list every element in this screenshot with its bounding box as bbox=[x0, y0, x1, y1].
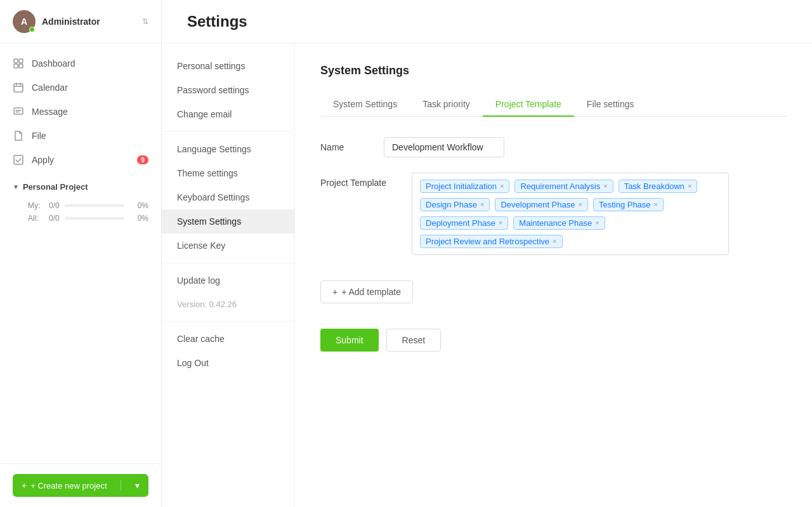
page-title: Settings bbox=[187, 13, 787, 30]
sidebar-item-message[interactable]: Message bbox=[0, 100, 161, 124]
submit-button[interactable]: Submit bbox=[320, 329, 379, 352]
settings-nav-system[interactable]: System Settings bbox=[162, 209, 294, 234]
all-bar-track bbox=[65, 217, 124, 220]
settings-nav-language[interactable]: Language Settings bbox=[162, 137, 294, 161]
tag-label-prr: Project Review and Retrospective bbox=[426, 237, 549, 246]
name-label: Name bbox=[320, 137, 358, 152]
tag-tp: Testing Phase× bbox=[593, 198, 664, 211]
template-label: Project Template bbox=[320, 173, 386, 188]
svg-rect-8 bbox=[14, 108, 23, 114]
tag-depp: Deployment Phase× bbox=[420, 216, 508, 230]
settings-nav-personal[interactable]: Personal settings bbox=[162, 54, 294, 78]
create-project-button[interactable]: + + Create new project ▾ bbox=[13, 474, 148, 497]
settings-nav: Personal settings Password settings Chan… bbox=[162, 44, 295, 507]
sidebar-item-label-calendar: Calendar bbox=[32, 82, 68, 93]
tag-label-pi: Project Initialization bbox=[426, 181, 497, 191]
tag-devp: Development Phase× bbox=[495, 198, 588, 211]
create-btn-divider bbox=[121, 480, 121, 491]
tag-tb: Task Breakdown× bbox=[619, 180, 698, 193]
name-input[interactable] bbox=[384, 137, 504, 157]
settings-nav-license[interactable]: License Key bbox=[162, 234, 294, 258]
settings-nav-updatelog[interactable]: Update log bbox=[162, 268, 294, 293]
my-pct: 0% bbox=[129, 201, 148, 210]
add-plus-icon: + bbox=[332, 287, 337, 297]
tag-close-mp[interactable]: × bbox=[595, 220, 599, 227]
tab-system-settings[interactable]: System Settings bbox=[320, 93, 410, 117]
settings-nav-version: Version: 0.42.26 bbox=[162, 293, 294, 316]
svg-rect-4 bbox=[14, 84, 23, 92]
tag-close-ra[interactable]: × bbox=[603, 183, 607, 190]
content-area: System Settings System Settings Task pri… bbox=[295, 44, 812, 507]
my-stat-row: My: 0/0 0% bbox=[28, 199, 148, 212]
tag-label-devp: Development Phase bbox=[501, 200, 575, 209]
settings-nav-theme[interactable]: Theme settings bbox=[162, 161, 294, 185]
avatar: A bbox=[13, 10, 36, 33]
sidebar-item-label-file: File bbox=[32, 131, 46, 141]
main-body: Personal settings Password settings Chan… bbox=[162, 44, 812, 507]
settings-nav-clearcache[interactable]: Clear cache bbox=[162, 327, 294, 351]
tab-file-settings[interactable]: File settings bbox=[574, 93, 647, 117]
sidebar-item-dashboard[interactable]: Dashboard bbox=[0, 51, 161, 76]
tag-label-tb: Task Breakdown bbox=[624, 181, 684, 191]
sidebar-header[interactable]: A Administrator ⇅ bbox=[0, 0, 161, 44]
tag-close-dp[interactable]: × bbox=[480, 201, 484, 208]
svg-rect-9 bbox=[14, 155, 23, 164]
user-menu-chevron[interactable]: ⇅ bbox=[142, 17, 148, 26]
add-template-label: + Add template bbox=[341, 287, 401, 297]
tags-container: Project Initialization×Requirement Analy… bbox=[412, 173, 729, 255]
tab-project-template[interactable]: Project Template bbox=[483, 93, 574, 117]
sidebar-item-calendar[interactable]: Calendar bbox=[0, 76, 161, 100]
tag-pi: Project Initialization× bbox=[420, 180, 509, 193]
settings-nav-divider-3 bbox=[162, 321, 294, 322]
tag-close-pi[interactable]: × bbox=[500, 183, 504, 190]
section-title: System Settings bbox=[320, 64, 787, 77]
project-stats: My: 0/0 0% All: 0/0 0% bbox=[13, 197, 148, 227]
tag-close-prr[interactable]: × bbox=[553, 238, 556, 245]
sidebar-item-label-apply: Apply bbox=[32, 155, 54, 165]
message-icon bbox=[13, 106, 24, 117]
tag-close-tp[interactable]: × bbox=[654, 201, 658, 208]
settings-nav-password[interactable]: Password settings bbox=[162, 78, 294, 102]
sidebar-item-apply[interactable]: Apply 9 bbox=[0, 148, 161, 172]
my-value: 0/0 bbox=[49, 201, 60, 210]
personal-project-section: ▼ Personal Project My: 0/0 0% All: 0/0 bbox=[0, 172, 161, 232]
sidebar-footer: + + Create new project ▾ bbox=[0, 463, 161, 507]
tag-close-devp[interactable]: × bbox=[578, 201, 582, 208]
svg-rect-3 bbox=[19, 64, 23, 68]
all-value: 0/0 bbox=[49, 214, 60, 223]
tag-ra: Requirement Analysis× bbox=[514, 180, 613, 193]
tag-label-depp: Deployment Phase bbox=[426, 218, 495, 228]
my-bar-track bbox=[65, 204, 124, 207]
tabs-bar: System Settings Task priority Project Te… bbox=[320, 93, 787, 117]
form-actions: Submit Reset bbox=[320, 329, 787, 352]
tag-dp: Design Phase× bbox=[420, 198, 490, 211]
user-name: Administrator bbox=[42, 16, 136, 27]
create-btn-label: + Create new project bbox=[30, 481, 107, 491]
all-pct: 0% bbox=[129, 214, 148, 223]
settings-nav-keyboard[interactable]: Keyboard Settings bbox=[162, 185, 294, 209]
tag-close-depp[interactable]: × bbox=[499, 220, 502, 227]
sidebar-item-label-message: Message bbox=[32, 107, 68, 117]
sidebar-item-file[interactable]: File bbox=[0, 124, 161, 148]
tag-mp: Maintenance Phase× bbox=[513, 216, 605, 230]
tag-label-tp: Testing Phase bbox=[599, 200, 651, 209]
reset-button[interactable]: Reset bbox=[386, 329, 442, 352]
tag-close-tb[interactable]: × bbox=[688, 183, 691, 190]
calendar-icon bbox=[13, 82, 24, 93]
add-template-button[interactable]: + + Add template bbox=[320, 280, 413, 303]
sidebar-nav: Dashboard Calendar Message bbox=[0, 44, 161, 463]
tag-prr: Project Review and Retrospective× bbox=[420, 235, 563, 248]
svg-rect-2 bbox=[14, 64, 18, 68]
settings-nav-email[interactable]: Change email bbox=[162, 102, 294, 126]
create-plus-icon: + bbox=[22, 480, 27, 491]
apply-icon bbox=[13, 154, 24, 166]
tab-task-priority[interactable]: Task priority bbox=[410, 93, 483, 117]
sidebar-item-label-dashboard: Dashboard bbox=[32, 58, 75, 69]
personal-project-title[interactable]: ▼ Personal Project bbox=[13, 177, 148, 197]
form-row-name: Name bbox=[320, 137, 787, 157]
form-row-template: Project Template Project Initialization×… bbox=[320, 173, 787, 255]
main-header: Settings bbox=[162, 0, 812, 44]
settings-nav-logout[interactable]: Log Out bbox=[162, 351, 294, 375]
section-collapse-icon: ▼ bbox=[13, 183, 19, 190]
settings-nav-divider-2 bbox=[162, 263, 294, 263]
